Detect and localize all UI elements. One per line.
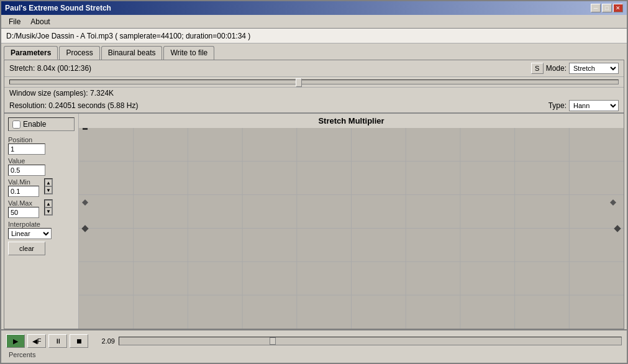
title-bar: Paul's Extreme Sound Stretch ─ □ ✕	[1, 1, 627, 15]
file-info: D:/Musik/Joe Dassin - A Toi.mp3 ( sample…	[1, 29, 627, 43]
close-button[interactable]: ✕	[613, 4, 623, 12]
menu-about[interactable]: About	[25, 16, 55, 27]
stretch-label: Stretch: 8.04x (00:12:36)	[9, 64, 531, 73]
rewind-icon: ◀F	[32, 337, 42, 345]
svg-rect-14	[83, 128, 88, 130]
value-label: Value	[8, 157, 75, 165]
menu-bar: File About	[1, 15, 627, 29]
enable-checkbox[interactable]	[12, 121, 20, 129]
val-min-group: Val.Min	[8, 178, 39, 197]
percent-value: 2.09	[93, 337, 115, 345]
interpolate-select[interactable]: Linear Cubic None	[8, 228, 52, 239]
tab-parameters[interactable]: Parameters	[4, 46, 58, 60]
bottom-bar: ▶ ◀F ⏸ ⏹ 2.09 Percents	[1, 329, 627, 363]
enable-label: Enable	[23, 120, 46, 129]
val-min-label: Val.Min	[8, 178, 39, 186]
graph-canvas[interactable]	[79, 128, 624, 329]
interpolate-group: Interpolate Linear Cubic None	[8, 221, 75, 239]
type-select[interactable]: Hann Hamming Blackman Bartlett Rectangul…	[569, 100, 619, 111]
stretch-slider-track[interactable]	[9, 80, 619, 84]
svg-marker-16	[610, 199, 616, 206]
val-max-scrollbar[interactable]: ▲ ▼	[44, 199, 53, 216]
stretch-row: Stretch: 8.04x (00:12:36) S Mode: Stretc…	[4, 60, 624, 77]
graph-title: Stretch Multiplier	[79, 114, 624, 128]
clear-button[interactable]: clear	[8, 242, 45, 255]
val-min-max-row: Val.Min ▲ ▼	[8, 178, 75, 197]
play-button[interactable]: ▶	[6, 334, 25, 348]
sb-up-btn[interactable]: ▲	[45, 179, 52, 186]
type-label: Type:	[548, 101, 567, 110]
val-max-row: Val.Max ▲ ▼	[8, 199, 75, 218]
stretch-slider-row	[4, 77, 624, 88]
pause-button[interactable]: ⏸	[48, 334, 67, 348]
interpolate-label: Interpolate	[8, 221, 75, 228]
tabs: Parameters Process Binaural beats Write …	[1, 43, 627, 60]
position-input[interactable]	[8, 143, 45, 155]
mode-select[interactable]: Stretch Pitch Freq.Multi	[569, 63, 619, 74]
mode-label: Mode:	[546, 64, 567, 73]
resolution-label: Resolution: 0.24051 seconds (5.88 Hz)	[9, 101, 548, 110]
percent-slider-thumb[interactable]	[270, 337, 276, 345]
window-title: Paul's Extreme Sound Stretch	[5, 4, 111, 12]
resolution-row: Resolution: 0.24051 seconds (5.88 Hz) Ty…	[4, 99, 624, 114]
val-max-label: Val.Max	[8, 199, 39, 207]
percent-slider-area: 2.09	[93, 337, 622, 345]
sb-down-btn2[interactable]: ▼	[45, 207, 52, 215]
stretch-slider-thumb[interactable]	[296, 78, 302, 87]
menu-file[interactable]: File	[4, 16, 25, 27]
val-min-scrollbar[interactable]: ▲ ▼	[44, 178, 53, 194]
stop-button[interactable]: ⏹	[70, 334, 88, 348]
rewind-button[interactable]: ◀F	[27, 334, 46, 348]
tab-process[interactable]: Process	[59, 46, 99, 60]
position-label: Position	[8, 136, 75, 143]
stop-icon: ⏹	[76, 337, 83, 345]
value-field-group: Value	[8, 157, 75, 176]
value-input[interactable]	[8, 165, 45, 176]
left-panel: Enable Position Value Val.Min	[4, 114, 79, 329]
percent-slider[interactable]	[119, 337, 622, 345]
tab-binaural-beats[interactable]: Binaural beats	[101, 46, 163, 60]
val-max-input[interactable]	[8, 207, 39, 218]
window-size-info: Window size (samples): 7.324K	[4, 88, 624, 99]
transport-row: ▶ ◀F ⏸ ⏹ 2.09	[6, 334, 622, 348]
title-bar-controls: ─ □ ✕	[591, 4, 623, 12]
percents-label: Percents	[9, 351, 35, 358]
val-min-input[interactable]	[8, 186, 39, 197]
tab-content: Stretch: 8.04x (00:12:36) S Mode: Stretc…	[4, 60, 624, 329]
val-max-group: Val.Max	[8, 199, 39, 218]
graph-grid-svg	[79, 128, 624, 329]
tab-write-to-file[interactable]: Write to file	[163, 46, 214, 60]
pause-icon: ⏸	[55, 337, 61, 345]
maximize-button[interactable]: □	[602, 4, 612, 12]
sb-up-btn2[interactable]: ▲	[45, 200, 52, 207]
minimize-button[interactable]: ─	[591, 4, 601, 12]
enable-control[interactable]: Enable	[8, 117, 75, 131]
s-button[interactable]: S	[531, 63, 544, 74]
sb-down-btn[interactable]: ▼	[45, 186, 52, 194]
main-window: Paul's Extreme Sound Stretch ─ □ ✕ File …	[0, 0, 628, 364]
play-icon: ▶	[13, 337, 18, 345]
graph-wrapper: Stretch Multiplier	[79, 114, 624, 329]
main-area: Enable Position Value Val.Min	[4, 114, 624, 329]
percents-label-row: Percents	[6, 350, 622, 359]
position-field-group: Position	[8, 136, 75, 155]
svg-marker-15	[82, 199, 88, 206]
